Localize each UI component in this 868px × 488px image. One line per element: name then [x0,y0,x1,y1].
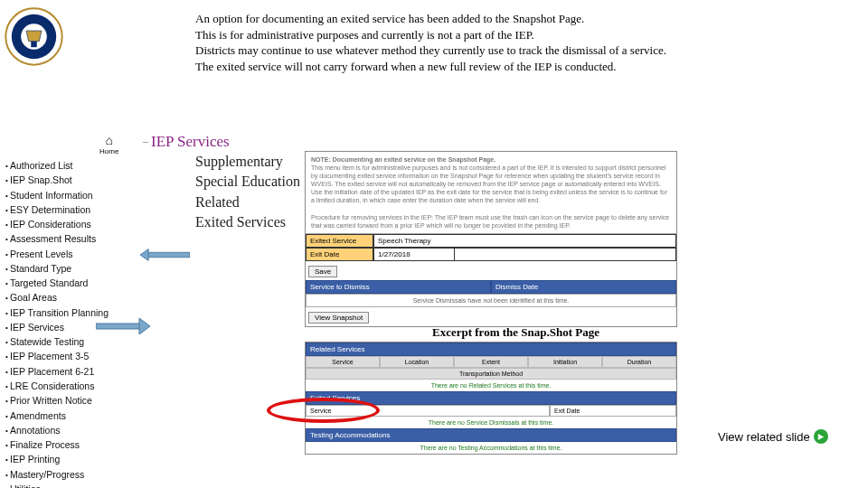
sidebar-item[interactable]: IEP Placement 3-5 [5,349,108,363]
exit-date-spacer [455,248,676,261]
home-icon: ⌂ [99,133,118,147]
subitem[interactable]: Supplementary [195,152,300,172]
note-procedure: Procedure for removing services in the I… [311,214,669,229]
intro-line: Districts may continue to use whatever m… [195,42,846,59]
sidebar-item[interactable]: IEP Services [5,320,108,334]
sidebar-item[interactable]: ESY Determination [5,202,108,217]
col-location: Location [380,356,454,368]
sidebar-item[interactable]: Standard Type [5,261,108,276]
exited-service-label: Exited Service [306,234,373,248]
snapshot-note-panel: NOTE: Documenting an exited service on t… [305,151,677,327]
view-snapshot-button[interactable]: View Snapshot [308,312,369,324]
svg-marker-8 [818,433,824,439]
wv-dept-education-logo [5,7,63,66]
sidebar-item[interactable]: Amendments [5,408,108,423]
col-transportation: Transportation Method [306,368,676,380]
sidebar-item[interactable]: Goal Areas [5,290,108,305]
sidebar-item[interactable]: Statewide Testing [5,334,108,349]
no-related-services: There are no Related Services at this ti… [306,380,676,391]
subitem[interactable]: Exited Services [195,212,300,232]
snapshot-excerpt-panel: Related Services Service Location Extent… [305,342,677,455]
home-button[interactable]: ⌂ Home [99,133,118,155]
svg-rect-6 [96,324,141,329]
play-icon [814,429,828,444]
sidebar-item[interactable]: Student Information [5,188,108,202]
view-related-label: View related slide [718,430,810,444]
exited-service-value[interactable]: Speech Therapy [373,234,676,248]
note-box: NOTE: Documenting an exited service on t… [306,152,676,234]
col-ex-exitdate: Exit Date [550,405,676,417]
sidebar-item[interactable]: LRE Considerations [5,379,108,393]
sidebar-nav: Authorized ListIEP Snap.ShotStudent Info… [5,158,108,488]
section-title: IEP Services [143,133,230,151]
col-service: Service [306,356,380,368]
col-duration: Duration [602,356,676,368]
no-testing-accommodations: There are no Testing Accommodations at t… [306,442,676,454]
note-body: This menu item is for administrative pur… [311,164,667,203]
exit-date-value[interactable]: 1/27/2018 [373,248,455,261]
sidebar-item[interactable]: IEP Printing [5,452,108,466]
intro-paragraph: An option for documenting an exited serv… [195,11,846,74]
dismissals-empty: Service Dismissals have not been identif… [306,294,676,307]
svg-rect-4 [146,252,190,258]
sidebar-item[interactable]: Utilities [5,482,108,488]
sidebar-item[interactable]: IEP Considerations [5,217,108,231]
subitem[interactable]: Related [195,192,300,212]
save-button[interactable]: Save [308,266,337,277]
sidebar-item[interactable]: IEP Placement 6-21 [5,364,108,379]
subitems-list: Supplementary Special Education Related … [195,152,300,233]
sidebar-item[interactable]: Prior Written Notice [5,393,108,408]
intro-line: The exited service will not carry forwar… [195,59,846,75]
sidebar-item[interactable]: Finalize Process [5,437,108,452]
highlight-oval [267,398,380,423]
col-initiation: Initiation [528,356,602,368]
note-title: NOTE: Documenting an exited service on t… [311,156,495,163]
excerpt-title: Excerpt from the Snap.Shot Page [432,325,599,340]
sidebar-item[interactable]: Targeted Standard [5,276,108,290]
callout-arrow-icon [140,249,190,261]
sidebar-item[interactable]: Authorized List [5,158,108,173]
col-dismiss-date: Dismiss Date [491,280,676,294]
col-extent: Extent [454,356,528,368]
exit-date-label: Exit Date [306,248,373,261]
sidebar-item[interactable]: Annotations [5,423,108,437]
intro-line: An option for documenting an exited serv… [195,11,846,27]
related-services-header: Related Services [306,343,676,356]
subitem[interactable]: Special Education [195,172,300,192]
home-label: Home [99,147,118,155]
svg-marker-5 [140,249,148,261]
sidebar-item[interactable]: Mastery/Progress [5,467,108,482]
svg-marker-7 [139,318,150,334]
callout-arrow-icon [96,318,150,334]
sidebar-item[interactable]: IEP Snap.Shot [5,173,108,187]
col-service-dismiss: Service to Dismiss [306,280,491,294]
testing-accommodations-header: Testing Accommodations [306,428,676,442]
view-related-slide-link[interactable]: View related slide [718,429,828,444]
sidebar-item[interactable]: Assessment Results [5,231,108,246]
intro-line: This is for administrative purposes and … [195,27,846,43]
sidebar-item[interactable]: Present Levels [5,247,108,261]
sidebar-item[interactable]: IEP Transition Planning [5,305,108,320]
svg-rect-3 [31,42,37,48]
